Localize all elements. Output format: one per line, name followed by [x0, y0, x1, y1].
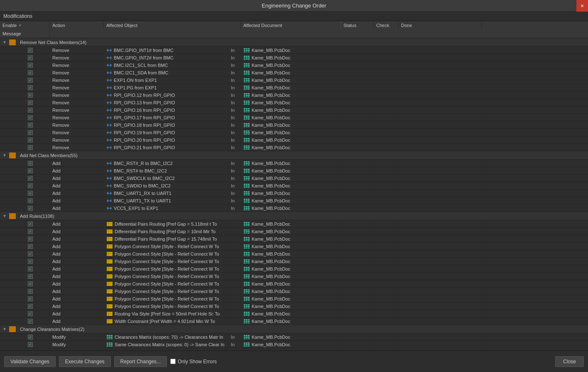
execute-button[interactable]: Execute Changes: [59, 356, 111, 367]
validate-button[interactable]: Validate Changes: [4, 356, 56, 367]
done-cell: [374, 182, 399, 189]
svg-rect-153: [248, 126, 250, 127]
enable-checkbox[interactable]: [28, 145, 33, 150]
table-row: Add Polygon Connect Style [Style - Relie…: [0, 273, 588, 280]
enable-checkbox[interactable]: [28, 206, 33, 211]
enable-checkbox[interactable]: [28, 244, 33, 249]
done-cell: [374, 310, 399, 317]
svg-rect-396: [244, 283, 245, 285]
group-row[interactable]: ▼ Change Clearances Matrixes(2): [0, 325, 588, 333]
svg-rect-305: [248, 225, 250, 226]
enable-checkbox[interactable]: [28, 274, 33, 279]
svg-rect-220: [248, 170, 250, 172]
enable-checkbox[interactable]: [28, 281, 33, 286]
in-cell: In: [228, 84, 241, 91]
svg-rect-93: [246, 95, 247, 96]
enable-checkbox[interactable]: [28, 93, 33, 98]
done-cell: [374, 84, 399, 91]
svg-rect-334: [246, 244, 247, 246]
table-row: Add VCC5_EXP1 to EXP1 In Kame_MB.PcbDoc: [0, 204, 588, 212]
enable-checkbox[interactable]: [28, 304, 33, 309]
document-cell: Kame_MB.PcbDoc: [241, 318, 341, 325]
action-cell: Remove: [50, 114, 104, 121]
enable-checkbox[interactable]: [28, 198, 33, 203]
enable-checkbox[interactable]: [28, 161, 33, 166]
enable-checkbox[interactable]: [28, 138, 33, 143]
enable-checkbox[interactable]: [28, 229, 33, 234]
enable-checkbox[interactable]: [28, 191, 33, 196]
message-cell: [399, 235, 482, 242]
enable-checkbox[interactable]: [28, 342, 33, 347]
enable-checkbox[interactable]: [28, 108, 33, 113]
svg-rect-329: [248, 240, 250, 241]
table-row: Remove RPI_GPIO.17 from RPI_GPIO In Kame…: [0, 114, 588, 121]
collapse-btn[interactable]: ▼: [0, 153, 9, 158]
svg-rect-189: [248, 145, 250, 147]
table-container: Enable ▼ Action Affected Object Affected…: [0, 21, 588, 350]
enable-checkbox[interactable]: [28, 70, 33, 75]
enable-checkbox[interactable]: [28, 251, 33, 256]
enable-checkbox[interactable]: [28, 176, 33, 181]
collapse-btn[interactable]: ▼: [0, 214, 9, 218]
enable-checkbox[interactable]: [28, 289, 33, 294]
enable-checkbox[interactable]: [28, 259, 33, 264]
enable-checkbox[interactable]: [28, 296, 33, 301]
svg-rect-11: [244, 52, 245, 52]
table-row: Add BMC_UART1_RX to UART1 In Kame_MB.Pcb…: [0, 190, 588, 197]
enable-checkbox[interactable]: [28, 85, 33, 90]
enable-checkbox[interactable]: [28, 222, 33, 227]
enable-checkbox[interactable]: [28, 183, 33, 188]
enable-checkbox[interactable]: [28, 319, 33, 324]
enable-checkbox[interactable]: [28, 55, 33, 60]
enable-dropdown-arrow[interactable]: ▼: [18, 24, 22, 27]
collapse-btn[interactable]: ▼: [0, 40, 9, 44]
document-cell: Kame_MB.PcbDoc: [241, 167, 341, 174]
table-scroll[interactable]: ▼ Remove Net Class Members(14) Remove BM…: [0, 38, 588, 350]
table-row: Add BMC_RST#_R to BMC_I2C2 In Kame_MB.Pc…: [0, 160, 588, 167]
group-row[interactable]: ▼ Add Rules(1108): [0, 212, 588, 220]
svg-rect-373: [246, 269, 247, 270]
svg-rect-106: [244, 102, 245, 103]
svg-rect-469: [109, 338, 110, 339]
action-cell: Add: [50, 250, 104, 257]
enable-checkbox[interactable]: [28, 266, 33, 271]
enable-checkbox[interactable]: [28, 311, 33, 316]
svg-rect-38: [248, 65, 250, 66]
svg-rect-97: [248, 96, 250, 97]
enable-checkbox[interactable]: [28, 48, 33, 53]
enable-checkbox[interactable]: [28, 63, 33, 68]
col-check: Check: [374, 21, 399, 30]
enable-checkbox[interactable]: [28, 237, 33, 241]
svg-rect-371: [248, 267, 250, 268]
enable-checkbox[interactable]: [28, 78, 33, 83]
enable-checkbox[interactable]: [28, 100, 33, 105]
only-errors-checkbox[interactable]: [170, 359, 176, 364]
enable-checkbox[interactable]: [28, 335, 33, 340]
enable-cell: [0, 250, 50, 257]
svg-rect-135: [246, 117, 247, 118]
svg-rect-470: [111, 338, 113, 339]
action-cell: Remove: [50, 144, 104, 151]
table-row: Add Polygon Connect Style [Style - Relie…: [0, 265, 588, 273]
document-cell: Kame_MB.PcbDoc: [241, 76, 341, 84]
svg-rect-382: [246, 274, 247, 276]
svg-rect-173: [244, 138, 245, 139]
close-button[interactable]: Close: [555, 356, 584, 367]
report-button[interactable]: Report Changes...: [114, 356, 167, 367]
enable-checkbox[interactable]: [28, 130, 33, 135]
svg-rect-358: [246, 259, 247, 261]
group-row[interactable]: ▼ Add Net Class Members(55): [0, 151, 588, 160]
svg-rect-286: [246, 206, 247, 207]
collapse-btn[interactable]: ▼: [0, 327, 9, 331]
action-cell: Add: [50, 175, 104, 182]
enable-checkbox[interactable]: [28, 123, 33, 128]
group-row[interactable]: ▼ Remove Net Class Members(14): [0, 38, 588, 47]
svg-rect-206: [248, 163, 250, 164]
enable-checkbox[interactable]: [28, 115, 33, 120]
enable-checkbox[interactable]: [28, 168, 33, 173]
action-cell: Add: [50, 235, 104, 242]
action-cell: Modify: [50, 341, 104, 348]
svg-rect-260: [244, 193, 245, 194]
close-title-btn[interactable]: ×: [576, 0, 588, 12]
object-cell: Polygon Connect Style [Style - Relief Co…: [104, 280, 228, 287]
